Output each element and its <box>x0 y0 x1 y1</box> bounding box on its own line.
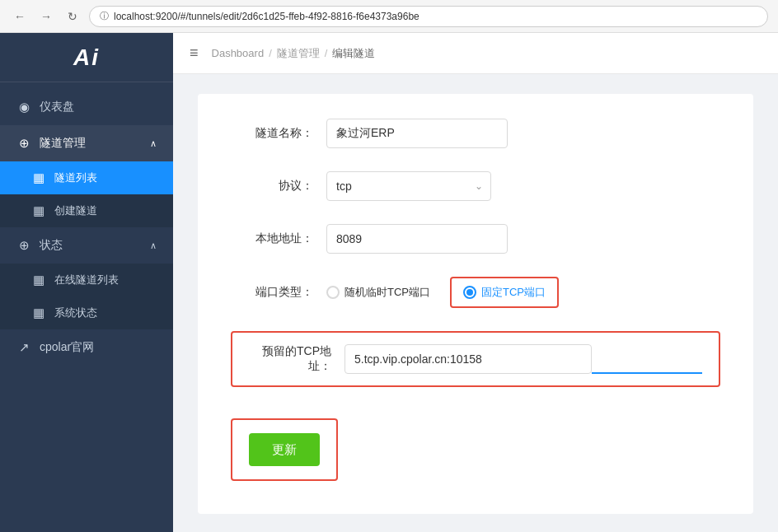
protocol-label: 协议： <box>231 179 313 194</box>
sidebar: Ai ◉ 仪表盘 ⊕ 隧道管理 ∧ ▦ 隧道列表 ▦ 创建隧道 <box>0 33 173 532</box>
sidebar-item-online-tunnels-label: 在线隧道列表 <box>54 273 119 287</box>
sidebar-menu: ◉ 仪表盘 ⊕ 隧道管理 ∧ ▦ 隧道列表 ▦ 创建隧道 ⊕ <box>0 82 173 366</box>
main-content: ≡ Dashboard / 隧道管理 / 编辑隧道 隧道名称： 协议： <box>173 33 778 532</box>
radio-fixed-option[interactable]: 固定TCP端口 <box>463 285 546 300</box>
status-icon: ⊕ <box>16 238 31 253</box>
port-type-label: 端口类型： <box>231 285 313 300</box>
breadcrumb-sep-2: / <box>325 47 328 59</box>
menu-toggle-button[interactable]: ≡ <box>190 44 199 62</box>
tunnel-name-row: 隧道名称： <box>231 119 720 148</box>
breadcrumb-sep-1: / <box>269 47 272 59</box>
sidebar-item-system-status[interactable]: ▦ 系统状态 <box>0 296 173 329</box>
content-header: ≡ Dashboard / 隧道管理 / 编辑隧道 <box>173 33 778 74</box>
breadcrumb: Dashboard / 隧道管理 / 编辑隧道 <box>212 46 376 61</box>
back-button[interactable]: ← <box>10 7 30 26</box>
local-addr-label: 本地地址： <box>231 231 313 246</box>
radio-random-label: 随机临时TCP端口 <box>344 285 430 300</box>
dashboard-icon: ◉ <box>16 100 31 114</box>
tunnel-mgmt-icon: ⊕ <box>16 136 31 151</box>
fixed-tcp-box: 固定TCP端口 <box>450 277 559 308</box>
refresh-button[interactable]: ↻ <box>63 7 82 26</box>
radio-fixed-label: 固定TCP端口 <box>481 285 546 300</box>
breadcrumb-tunnel-mgmt[interactable]: 隧道管理 <box>277 46 320 61</box>
port-type-options: 随机临时TCP端口 固定TCP端口 <box>326 277 559 308</box>
sidebar-item-status-label: 状态 <box>40 238 63 253</box>
tcp-input-underline <box>592 344 702 374</box>
tcp-addr-input[interactable] <box>344 344 592 374</box>
tcp-addr-label: 预留的TCP地址： <box>249 344 331 374</box>
tunnel-submenu: ▦ 隧道列表 ▦ 创建隧道 <box>0 161 173 227</box>
browser-chrome: ← → ↻ ⓘ localhost:9200/#/tunnels/edit/2d… <box>0 0 778 33</box>
update-button[interactable]: 更新 <box>249 433 320 466</box>
online-tunnels-icon: ▦ <box>31 273 46 287</box>
url-text: localhost:9200/#/tunnels/edit/2d6c1d25-f… <box>114 11 419 22</box>
sidebar-item-dashboard[interactable]: ◉ 仪表盘 <box>0 89 173 125</box>
port-type-row: 端口类型： 随机临时TCP端口 固定TCP端口 <box>231 277 720 308</box>
update-btn-area: 更新 <box>231 418 338 481</box>
sidebar-item-cpolar-web[interactable]: ↗ cpolar官网 <box>0 329 173 366</box>
lock-icon: ⓘ <box>100 10 109 22</box>
sidebar-logo: Ai <box>0 33 173 82</box>
cpolar-web-icon: ↗ <box>16 340 31 355</box>
local-addr-row: 本地地址： <box>231 224 720 254</box>
sidebar-item-cpolar-web-label: cpolar官网 <box>40 340 94 355</box>
logo-text: Ai <box>73 44 100 71</box>
chevron-down-icon: ∧ <box>150 240 157 251</box>
sidebar-item-online-tunnels[interactable]: ▦ 在线隧道列表 <box>0 264 173 296</box>
tunnel-list-icon: ▦ <box>31 170 46 185</box>
local-addr-input[interactable] <box>326 224 508 254</box>
tcp-addr-inner: 预留的TCP地址： <box>249 344 702 374</box>
sidebar-item-tunnel-mgmt[interactable]: ⊕ 隧道管理 ∧ <box>0 125 173 161</box>
tunnel-name-label: 隧道名称： <box>231 126 313 141</box>
sidebar-item-status[interactable]: ⊕ 状态 ∧ <box>0 227 173 264</box>
sidebar-item-create-tunnel-label: 创建隧道 <box>54 203 97 218</box>
app-container: Ai ◉ 仪表盘 ⊕ 隧道管理 ∧ ▦ 隧道列表 ▦ 创建隧道 <box>0 33 778 532</box>
protocol-select-wrapper: tcp http https udp ⌄ <box>326 171 491 201</box>
page-body: 隧道名称： 协议： tcp http https udp ⌄ <box>173 74 778 532</box>
sidebar-item-tunnel-mgmt-label: 隧道管理 <box>40 136 86 151</box>
url-bar[interactable]: ⓘ localhost:9200/#/tunnels/edit/2d6c1d25… <box>89 6 768 27</box>
radio-fixed-dot <box>466 289 473 296</box>
breadcrumb-edit-tunnel: 编辑隧道 <box>332 46 375 61</box>
form-card: 隧道名称： 协议： tcp http https udp ⌄ <box>198 94 753 514</box>
system-status-icon: ▦ <box>31 306 46 320</box>
tunnel-name-input[interactable] <box>326 119 508 148</box>
forward-button[interactable]: → <box>36 7 56 26</box>
create-tunnel-icon: ▦ <box>31 203 46 218</box>
sidebar-item-system-status-label: 系统状态 <box>54 306 97 320</box>
status-submenu: ▦ 在线隧道列表 ▦ 系统状态 <box>0 264 173 329</box>
radio-random-circle <box>326 286 340 299</box>
sidebar-item-tunnel-list[interactable]: ▦ 隧道列表 <box>0 161 173 194</box>
protocol-row: 协议： tcp http https udp ⌄ <box>231 171 720 201</box>
radio-random-option[interactable]: 随机临时TCP端口 <box>326 285 430 300</box>
breadcrumb-dashboard[interactable]: Dashboard <box>212 47 265 59</box>
protocol-select[interactable]: tcp http https udp <box>326 171 491 201</box>
sidebar-item-dashboard-label: 仪表盘 <box>40 100 74 114</box>
sidebar-item-create-tunnel[interactable]: ▦ 创建隧道 <box>0 194 173 227</box>
radio-fixed-circle <box>463 286 476 299</box>
chevron-up-icon: ∧ <box>150 138 157 149</box>
tcp-address-row: 预留的TCP地址： <box>231 331 720 387</box>
sidebar-item-tunnel-list-label: 隧道列表 <box>54 170 97 185</box>
